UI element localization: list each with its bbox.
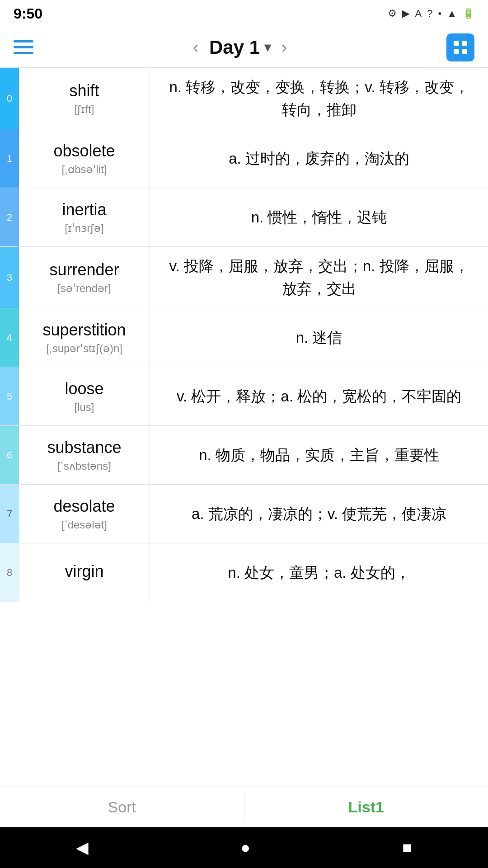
android-back-button[interactable]: ◀	[76, 838, 89, 857]
word-index: 0	[0, 68, 19, 129]
word-phonetic: [ɪˈnɜrʃə]	[65, 222, 104, 235]
word-index: 7	[0, 485, 19, 543]
word-index: 6	[0, 426, 19, 484]
word-english: virgin	[65, 562, 103, 581]
word-phonetic: [ˌɑbsəˈlit]	[61, 163, 107, 176]
word-cell: surrender[səˈrendər]	[19, 247, 150, 308]
word-row[interactable]: 5loose[lus]v. 松开，释放；a. 松的，宽松的，不牢固的	[0, 367, 488, 426]
nav-title-area: ‹ Day 1 ▾ ›	[188, 37, 291, 58]
word-row[interactable]: 7desolate[ˈdesələt]a. 荒凉的，凄凉的；v. 使荒芜，使凄凉	[0, 485, 488, 543]
battery-icon: 🔋	[462, 8, 474, 19]
word-index: 3	[0, 247, 19, 308]
word-cell: desolate[ˈdesələt]	[19, 485, 150, 543]
word-phonetic: [ˌsupərˈstɪʃ(ə)n]	[46, 342, 122, 355]
sort-tab-label: Sort	[108, 798, 136, 816]
word-definition: v. 松开，释放；a. 松的，宽松的，不牢固的	[150, 367, 488, 425]
word-english: substance	[47, 438, 121, 457]
word-index: 8	[0, 543, 19, 602]
word-cell: virgin	[19, 543, 150, 602]
word-definition: a. 荒凉的，凄凉的；v. 使荒芜，使凄凉	[150, 485, 488, 543]
word-phonetic: [ˈsʌbstəns]	[57, 460, 111, 472]
word-cell: shift[ʃɪft]	[19, 68, 150, 129]
nav-title[interactable]: Day 1 ▾	[209, 37, 271, 58]
menu-line-2	[14, 46, 33, 48]
menu-line-3	[14, 52, 33, 54]
word-index: 1	[0, 129, 19, 188]
word-english: loose	[65, 379, 103, 398]
word-definition: n. 处女，童男；a. 处女的，	[150, 543, 488, 602]
status-icons: ⚙ ▶ A ? • ▲ 🔋	[388, 8, 474, 19]
word-row[interactable]: 0shift[ʃɪft]n. 转移，改变，变换，转换；v. 转移，改变，转向，推…	[0, 68, 488, 129]
navbar: ‹ Day 1 ▾ ›	[0, 27, 488, 68]
prev-button[interactable]: ‹	[188, 38, 203, 57]
sort-tab[interactable]: Sort	[0, 787, 244, 827]
word-english: inertia	[62, 200, 106, 219]
word-index: 5	[0, 367, 19, 425]
word-index: 2	[0, 188, 19, 246]
status-bar: 9:50 ⚙ ▶ A ? • ▲ 🔋	[0, 0, 488, 27]
word-cell: inertia[ɪˈnɜrʃə]	[19, 188, 150, 246]
word-list: 0shift[ʃɪft]n. 转移，改变，变换，转换；v. 转移，改变，转向，推…	[0, 68, 488, 602]
word-definition: v. 投降，屈服，放弃，交出；n. 投降，屈服，放弃，交出	[150, 247, 488, 308]
word-english: obsolete	[53, 142, 115, 160]
help-icon: ?	[427, 8, 432, 19]
word-row[interactable]: 2inertia[ɪˈnɜrʃə]n. 惯性，惰性，迟钝	[0, 188, 488, 247]
signal-icon: ▲	[447, 8, 457, 19]
play-icon: ▶	[402, 8, 410, 19]
menu-line-1	[14, 40, 33, 42]
android-home-button[interactable]: ●	[240, 838, 250, 857]
word-row[interactable]: 6substance[ˈsʌbstəns]n. 物质，物品，实质，主旨，重要性	[0, 426, 488, 485]
word-english: desolate	[53, 497, 115, 516]
word-phonetic: [ʃɪft]	[75, 103, 94, 116]
word-phonetic: [səˈrendər]	[57, 282, 111, 295]
word-definition: n. 惯性，惰性，迟钝	[150, 188, 488, 246]
status-time: 9:50	[14, 5, 42, 22]
word-english: shift	[69, 81, 99, 100]
android-navbar: ◀ ● ■	[0, 827, 488, 868]
word-definition: n. 物质，物品，实质，主旨，重要性	[150, 426, 488, 484]
word-row[interactable]: 3surrender[səˈrendər]v. 投降，屈服，放弃，交出；n. 投…	[0, 247, 488, 308]
word-cell: obsolete[ˌɑbsəˈlit]	[19, 129, 150, 188]
bottom-tabs: Sort List1	[0, 787, 488, 827]
word-english: superstition	[42, 321, 126, 340]
word-definition: a. 过时的，废弃的，淘汰的	[150, 129, 488, 188]
day-label: Day 1	[209, 37, 260, 58]
word-row[interactable]: 8virginn. 处女，童男；a. 处女的，	[0, 543, 488, 602]
android-recents-button[interactable]: ■	[402, 838, 412, 857]
word-phonetic: [ˈdesələt]	[61, 519, 107, 531]
grid-view-button[interactable]	[446, 33, 474, 61]
word-english: surrender	[49, 260, 119, 279]
menu-button[interactable]	[14, 40, 33, 54]
font-icon: A	[415, 8, 422, 19]
word-row[interactable]: 4superstition[ˌsupərˈstɪʃ(ə)n]n. 迷信	[0, 308, 488, 367]
word-cell: loose[lus]	[19, 367, 150, 425]
word-cell: superstition[ˌsupərˈstɪʃ(ə)n]	[19, 308, 150, 367]
next-button[interactable]: ›	[277, 38, 291, 57]
list1-tab-label: List1	[348, 798, 384, 816]
dropdown-chevron: ▾	[264, 40, 271, 55]
word-phonetic: [lus]	[74, 401, 94, 414]
word-definition: n. 迷信	[150, 308, 488, 367]
settings-icon: ⚙	[388, 8, 397, 19]
word-cell: substance[ˈsʌbstəns]	[19, 426, 150, 484]
list1-tab[interactable]: List1	[244, 787, 488, 827]
dot-icon: •	[438, 8, 442, 19]
word-index: 4	[0, 308, 19, 367]
grid-icon	[451, 38, 469, 57]
word-definition: n. 转移，改变，变换，转换；v. 转移，改变，转向，推卸	[150, 68, 488, 129]
word-row[interactable]: 1obsolete[ˌɑbsəˈlit]a. 过时的，废弃的，淘汰的	[0, 129, 488, 188]
